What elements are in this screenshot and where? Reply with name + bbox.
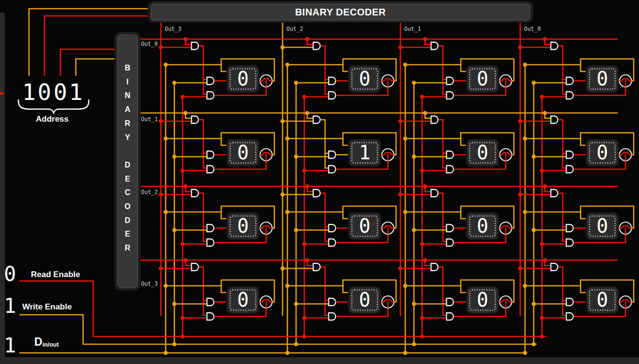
transistor[interactable] — [620, 296, 632, 308]
and-gate[interactable] — [192, 116, 199, 124]
address-digit[interactable]: 0 — [54, 79, 67, 105]
and-gate[interactable] — [447, 92, 454, 99]
address-input[interactable]: 1001 Address — [18, 79, 89, 124]
memory-cell[interactable]: 0 — [227, 213, 259, 239]
transistor[interactable] — [260, 222, 272, 234]
junction-dot — [184, 111, 188, 115]
and-gate[interactable] — [192, 42, 199, 50]
memory-cell[interactable]: 0 — [227, 66, 259, 92]
and-gate[interactable] — [329, 313, 336, 320]
and-gate[interactable] — [313, 42, 320, 50]
write-enable-value[interactable]: 1 — [4, 294, 16, 318]
and-gate[interactable] — [447, 313, 454, 320]
write-enable-label: Write Enable — [22, 302, 72, 311]
transistor[interactable] — [382, 222, 394, 234]
memory-cell[interactable]: 0 — [467, 66, 498, 92]
and-gate[interactable] — [447, 224, 454, 232]
data-in-out-value[interactable]: 1 — [4, 334, 16, 357]
memory-cell[interactable]: 0 — [467, 140, 498, 166]
and-gate[interactable] — [329, 224, 336, 232]
memory-cell[interactable]: 0 — [349, 287, 381, 313]
and-gate[interactable] — [207, 77, 214, 84]
and-gate[interactable] — [567, 224, 573, 232]
and-gate[interactable] — [207, 92, 214, 99]
transistor[interactable] — [382, 75, 394, 87]
transistor[interactable] — [500, 222, 512, 234]
and-gate[interactable] — [329, 92, 336, 99]
memory-cell[interactable]: 0 — [467, 287, 498, 313]
and-gate[interactable] — [551, 264, 558, 271]
read-enable-value[interactable]: 0 — [4, 262, 16, 286]
and-gate[interactable] — [567, 239, 573, 246]
memory-cell-value: 0 — [237, 215, 249, 237]
transistor[interactable] — [500, 75, 512, 87]
memory-cell[interactable]: 0 — [467, 213, 498, 239]
and-gate[interactable] — [207, 313, 214, 320]
memory-cell[interactable]: 0 — [227, 287, 259, 313]
memory-cell[interactable]: 0 — [227, 140, 259, 166]
and-gate[interactable] — [447, 151, 454, 158]
and-gate[interactable] — [431, 190, 438, 197]
write-enable-input[interactable]: 1 Write Enable — [4, 294, 72, 318]
and-gate[interactable] — [329, 77, 336, 84]
transistor[interactable] — [620, 222, 632, 234]
transistor[interactable] — [500, 149, 512, 161]
address-digit[interactable]: 1 — [69, 79, 83, 105]
memory-cell[interactable]: 0 — [586, 213, 618, 239]
and-gate[interactable] — [192, 264, 199, 271]
transistor[interactable] — [382, 149, 394, 161]
transistor[interactable] — [620, 149, 632, 161]
and-gate[interactable] — [313, 264, 320, 271]
top-binary-decoder[interactable]: BINARY DECODER — [148, 1, 533, 23]
memory-cell[interactable]: 0 — [586, 140, 618, 166]
read-enable-input[interactable]: 0 Read Enable — [4, 262, 80, 286]
address-digit[interactable]: 1 — [22, 79, 36, 105]
and-gate[interactable] — [567, 151, 573, 158]
and-gate[interactable] — [567, 77, 573, 84]
left-binary-decoder[interactable]: BINARYDECODER — [114, 32, 141, 291]
and-gate[interactable] — [207, 239, 214, 246]
memory-cell[interactable]: 0 — [586, 287, 618, 313]
memory-cell[interactable]: 0 — [586, 66, 618, 92]
and-gate[interactable] — [313, 116, 320, 124]
transistor[interactable] — [500, 296, 512, 308]
and-gate[interactable] — [207, 151, 214, 158]
and-gate[interactable] — [447, 298, 454, 306]
and-gate[interactable] — [329, 298, 336, 306]
transistor[interactable] — [620, 75, 632, 87]
and-gate[interactable] — [567, 166, 573, 173]
and-gate[interactable] — [329, 239, 336, 246]
wire — [322, 120, 329, 168]
and-gate[interactable] — [192, 190, 199, 197]
transistor[interactable] — [260, 149, 272, 161]
and-gate[interactable] — [207, 224, 214, 232]
data-in-out-input[interactable]: 1 Din/out — [4, 334, 59, 357]
junction-dot — [423, 258, 427, 263]
and-gate[interactable] — [431, 264, 438, 271]
and-gate[interactable] — [551, 42, 558, 50]
and-gate[interactable] — [447, 239, 454, 246]
and-gate[interactable] — [551, 190, 558, 197]
and-gate[interactable] — [551, 116, 558, 124]
and-gate[interactable] — [329, 151, 336, 158]
address-digit[interactable]: 0 — [38, 79, 51, 105]
transistor[interactable] — [260, 75, 272, 87]
and-gate[interactable] — [431, 116, 438, 124]
memory-cell[interactable]: 0 — [349, 66, 381, 92]
and-gate[interactable] — [313, 190, 320, 197]
and-gate[interactable] — [447, 77, 454, 84]
and-gate[interactable] — [567, 313, 573, 320]
and-gate[interactable] — [447, 166, 454, 173]
memory-cell-value: 0 — [237, 289, 249, 311]
transistor[interactable] — [382, 296, 394, 308]
and-gate[interactable] — [431, 42, 438, 50]
memory-cell[interactable]: 0 — [349, 213, 381, 239]
and-gate[interactable] — [567, 92, 573, 99]
and-gate[interactable] — [207, 166, 214, 173]
transistor[interactable] — [260, 296, 272, 308]
and-gate[interactable] — [567, 298, 573, 306]
and-gate[interactable] — [207, 298, 214, 306]
write-enable-bus — [20, 315, 536, 344]
and-gate[interactable] — [329, 166, 336, 173]
memory-cell[interactable]: 1 — [349, 140, 381, 166]
